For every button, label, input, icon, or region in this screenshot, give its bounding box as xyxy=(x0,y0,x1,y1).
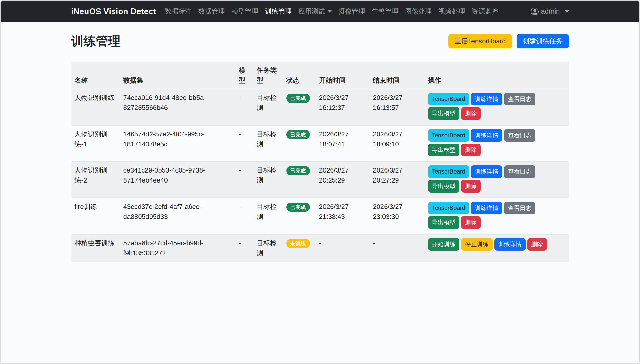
view-logs-button[interactable]: 查看日志 xyxy=(504,202,535,214)
cell-task-type: 目标检测 xyxy=(253,198,283,235)
header-actions: 重启TensorBoard 创建训练任务 xyxy=(448,34,569,48)
nav-item-data-management[interactable]: 数据管理 xyxy=(195,7,228,16)
cell-dataset: 43ecd37c-2efd-4af7-a6ee-da8805d95d33 xyxy=(120,198,235,235)
status-badge: 未训练 xyxy=(286,239,310,248)
nav-item-image-processing[interactable]: 图像处理 xyxy=(402,7,435,16)
cell-status: 未训练 xyxy=(283,234,316,262)
status-badge: 已完成 xyxy=(286,166,310,175)
column-header-name: 名称 xyxy=(71,62,120,89)
cell-status: 已完成 xyxy=(283,125,316,162)
table-row: 种植虫害训练57aba8fc-27cd-45ec-b99d-f9b1353312… xyxy=(71,234,569,262)
column-header-status: 状态 xyxy=(283,62,316,89)
cell-name: 人物识别训练-2 xyxy=(71,162,120,198)
training-detail-button[interactable]: 训练详情 xyxy=(471,93,502,105)
nav-item-camera-management[interactable]: 摄像管理 xyxy=(335,7,368,16)
nav-item-model-management[interactable]: 模型管理 xyxy=(228,7,262,16)
delete-button[interactable]: 删除 xyxy=(461,216,481,229)
table-row: 人物识别训练74eca016-91d4-48ee-bb5a-827285566b… xyxy=(71,89,569,126)
cell-start-time: 2026/3/27 16:12:37 xyxy=(316,89,370,126)
nav-item-app-testing[interactable]: 应用测试 xyxy=(295,7,335,16)
navbar-inner: iNeuOS Vision Detect 数据标注数据管理模型管理训练管理应用测… xyxy=(71,7,569,16)
status-badge: 已完成 xyxy=(286,203,310,212)
browser-window: iNeuOS Vision Detect 数据标注数据管理模型管理训练管理应用测… xyxy=(0,0,640,364)
cell-start-time: 2026/3/27 21:38:43 xyxy=(316,198,370,235)
table-row: 人物识别训练-1146574d2-57e2-4f04-995c-18171407… xyxy=(71,125,569,162)
column-header-actions: 操作 xyxy=(425,62,569,89)
cell-end-time: - xyxy=(370,234,425,262)
training-detail-button[interactable]: 训练详情 xyxy=(494,238,526,251)
view-logs-button[interactable]: 查看日志 xyxy=(504,93,535,105)
table-header: 名称数据集模型任务类型状态开始时间结束时间操作 xyxy=(71,62,569,89)
tensorboard-button[interactable]: TensorBoard xyxy=(428,129,469,142)
create-training-task-button[interactable]: 创建训练任务 xyxy=(517,34,569,48)
cell-task-type: 目标检测 xyxy=(253,89,283,126)
delete-button[interactable]: 删除 xyxy=(527,238,547,251)
training-detail-button[interactable]: 训练详情 xyxy=(471,129,502,142)
cell-dataset: 146574d2-57e2-4f04-995c-181714078e5c xyxy=(120,125,235,162)
table-row: 人物识别训练-2ce341c29-0553-4c05-9738-87174eb4… xyxy=(71,162,569,198)
training-detail-button[interactable]: 训练详情 xyxy=(471,165,502,178)
nav-item-training-management[interactable]: 训练管理 xyxy=(262,7,295,16)
delete-button[interactable]: 删除 xyxy=(461,144,481,156)
cell-dataset: 74eca016-91d4-48ee-bb5a-827285566b46 xyxy=(120,89,235,126)
nav-item-alarm-management[interactable]: 告警管理 xyxy=(368,7,402,16)
export-model-button[interactable]: 导出模型 xyxy=(428,144,459,156)
export-model-button[interactable]: 导出模型 xyxy=(428,216,459,229)
cell-task-type: 目标检测 xyxy=(253,162,283,198)
cell-dataset: 57aba8fc-27cd-45ec-b99d-f9b135331272 xyxy=(120,234,235,262)
page-title: 训练管理 xyxy=(71,33,121,49)
column-header-dataset: 数据集 xyxy=(120,62,235,89)
user-menu[interactable]: admin xyxy=(531,7,569,15)
chevron-down-icon xyxy=(565,10,569,13)
cell-name: 人物识别训练-1 xyxy=(71,125,120,162)
nav-menu: 数据标注数据管理模型管理训练管理应用测试摄像管理告警管理图像处理视频处理资源监控 xyxy=(162,7,502,16)
view-logs-button[interactable]: 查看日志 xyxy=(504,165,535,178)
cell-task-type: 目标检测 xyxy=(253,125,283,162)
stop-training-button[interactable]: 停止训练 xyxy=(461,238,493,251)
page-header: 训练管理 重启TensorBoard 创建训练任务 xyxy=(71,33,569,49)
start-training-button[interactable]: 开始训练 xyxy=(428,238,459,251)
nav-item-video-processing[interactable]: 视频处理 xyxy=(435,7,468,16)
cell-task-type: 目标检测 xyxy=(253,234,283,262)
column-header-start-time: 开始时间 xyxy=(316,62,370,89)
tensorboard-button[interactable]: TensorBoard xyxy=(428,93,469,105)
cell-name: fire训练 xyxy=(71,198,120,235)
cell-model: - xyxy=(235,125,253,162)
cell-status: 已完成 xyxy=(283,198,316,235)
cell-actions: TensorBoard训练详情查看日志导出模型删除 xyxy=(425,162,569,198)
view-logs-button[interactable]: 查看日志 xyxy=(504,129,535,142)
cell-start-time: 2026/3/27 20:25:29 xyxy=(316,162,370,198)
cell-dataset: ce341c29-0553-4c05-9738-87174eb4ee40 xyxy=(120,162,235,198)
cell-name: 种植虫害训练 xyxy=(71,234,120,262)
delete-button[interactable]: 删除 xyxy=(461,107,481,120)
table-header-row: 名称数据集模型任务类型状态开始时间结束时间操作 xyxy=(71,62,569,89)
cell-model: - xyxy=(235,198,253,235)
nav-item-resource-monitoring[interactable]: 资源监控 xyxy=(468,7,502,16)
training-detail-button[interactable]: 训练详情 xyxy=(471,202,502,214)
cell-model: - xyxy=(235,234,253,262)
column-header-model: 模型 xyxy=(235,62,253,89)
cell-end-time: 2026/3/27 20:27:29 xyxy=(370,162,425,198)
cell-model: - xyxy=(235,162,253,198)
export-model-button[interactable]: 导出模型 xyxy=(428,107,459,120)
training-tasks-table: 名称数据集模型任务类型状态开始时间结束时间操作 人物识别训练74eca016-9… xyxy=(71,62,569,262)
cell-end-time: 2026/3/27 23:03:30 xyxy=(370,198,425,235)
column-header-end-time: 结束时间 xyxy=(370,62,425,89)
tensorboard-button[interactable]: TensorBoard xyxy=(428,165,469,178)
cell-actions: 开始训练停止训练训练详情删除 xyxy=(425,234,569,262)
main-content: 训练管理 重启TensorBoard 创建训练任务 名称数据集模型任务类型状态开… xyxy=(71,33,569,262)
export-model-button[interactable]: 导出模型 xyxy=(428,180,459,193)
cell-status: 已完成 xyxy=(283,162,316,198)
restart-tensorboard-button[interactable]: 重启TensorBoard xyxy=(448,34,512,48)
cell-end-time: 2026/3/27 18:09:10 xyxy=(370,125,425,162)
status-badge: 已完成 xyxy=(286,94,310,103)
nav-item-data-annotation[interactable]: 数据标注 xyxy=(162,7,195,16)
cell-actions: TensorBoard训练详情查看日志导出模型删除 xyxy=(425,89,569,126)
navbar: iNeuOS Vision Detect 数据标注数据管理模型管理训练管理应用测… xyxy=(1,1,639,22)
brand-logo[interactable]: iNeuOS Vision Detect xyxy=(71,7,156,16)
table-body: 人物识别训练74eca016-91d4-48ee-bb5a-827285566b… xyxy=(71,89,569,262)
column-header-task-type: 任务类型 xyxy=(253,62,283,89)
delete-button[interactable]: 删除 xyxy=(461,180,481,193)
status-badge: 已完成 xyxy=(286,130,310,139)
tensorboard-button[interactable]: TensorBoard xyxy=(428,202,469,214)
